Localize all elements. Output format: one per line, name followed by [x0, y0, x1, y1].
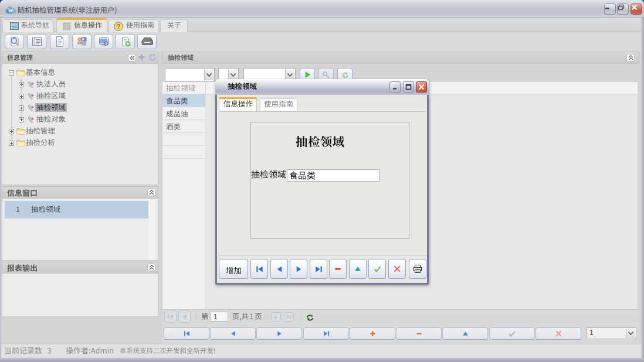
svg-text:?: ?	[117, 23, 120, 29]
